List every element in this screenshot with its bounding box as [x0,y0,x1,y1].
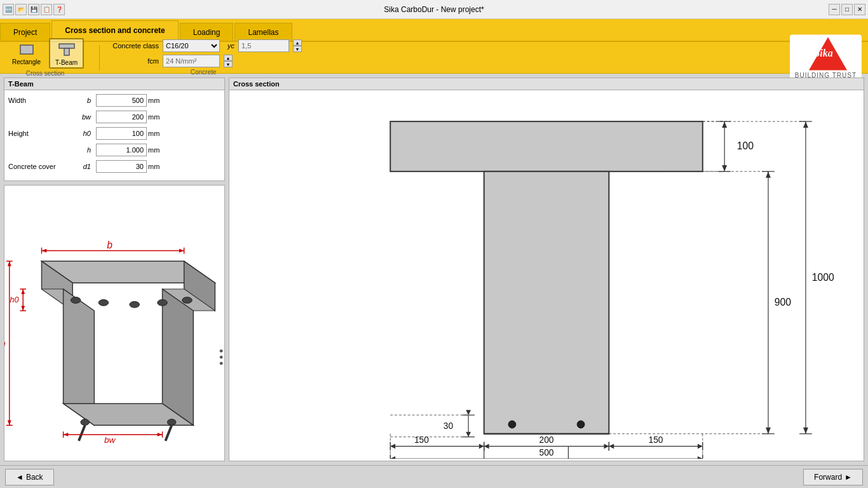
prop-input-h0[interactable] [96,127,147,140]
concrete-class-select[interactable]: C16/20 C12/15 C20/25 C25/30 C30/37 C35/4… [163,39,220,52]
yc-down[interactable]: ▼ [293,46,302,52]
rectangle-icon [18,40,36,58]
svg-marker-102 [698,444,703,449]
prop-input-b[interactable] [96,94,147,107]
svg-text:b: b [107,240,112,250]
concrete-label: Concrete [105,69,302,76]
prop-symbol-b: b [72,97,91,104]
close-button[interactable]: ✕ [854,4,865,15]
prop-unit-d1: mm [148,163,159,170]
svg-marker-73 [803,121,808,128]
cross-section-section: Rectangle T-Beam Cross section [6,38,84,77]
tab-bar: Project Cross section and concrete Loadi… [0,19,868,42]
prop-input-bw[interactable] [96,111,147,123]
svg-marker-36 [8,261,11,266]
svg-marker-84 [466,432,471,437]
svg-marker-74 [803,428,808,434]
prop-row-b: Width b mm [8,94,220,107]
properties-box: T-Beam Width b mm bw mm Height h0 [4,78,225,181]
save-icon[interactable]: 💾 [28,4,39,15]
yc-label: yc [227,42,234,50]
bottom-bar: ◄ Back Forward ► [0,465,868,488]
svg-rect-47 [390,121,703,172]
rectangle-button[interactable]: Rectangle [6,38,46,69]
svg-marker-42 [64,433,69,437]
app-title: Sika CarboDur - New project* [384,5,484,14]
fcm-down[interactable]: ▼ [224,61,233,67]
forward-button[interactable]: Forward ► [803,469,863,485]
concrete-class-label: Concrete class [105,42,159,50]
prop-input-d1[interactable] [96,160,147,173]
tab-loading[interactable]: Loading [180,23,234,41]
open-icon[interactable]: 📂 [15,4,27,15]
prop-input-h[interactable] [96,144,147,156]
svg-text:500: 500 [539,448,554,458]
svg-text:h: h [4,339,6,348]
yc-spinner[interactable]: ▲ ▼ [293,39,302,52]
svg-point-45 [220,356,223,359]
saveas-icon[interactable]: 📋 [41,4,52,15]
svg-point-11 [71,297,81,304]
cross-section-label: Cross section [6,70,84,77]
fcm-up[interactable]: ▲ [224,55,233,61]
tab-lamellas[interactable]: Lamellas [234,23,292,41]
prop-unit-h0: mm [148,130,159,137]
cross-section-panel-title: Cross section [229,78,864,90]
prop-symbol-bw: bw [72,113,91,121]
svg-marker-25 [179,249,184,253]
fcm-input [163,55,220,67]
yc-input[interactable]: 1,5 [238,39,289,52]
prop-unit-h: mm [148,146,159,154]
svg-text:100: 100 [737,140,754,151]
prop-row-d1: Concrete cover d1 mm [8,160,220,173]
svg-marker-30 [21,289,25,294]
svg-rect-2 [64,48,69,55]
toolbar: Rectangle T-Beam Cross section Concrete … [0,42,868,74]
illustration-box: b h0 h [4,185,225,461]
new-icon[interactable]: 🆕 [3,4,14,15]
prop-unit-b: mm [148,97,159,104]
cross-section-content: 100 900 1000 [229,90,864,459]
svg-text:1000: 1000 [812,272,834,283]
svg-line-19 [165,425,172,440]
svg-text:200: 200 [539,435,554,445]
main-content: T-Beam Width b mm bw mm Height h0 [0,74,868,465]
prop-unit-bw: mm [148,113,159,121]
svg-marker-58 [722,121,727,128]
svg-point-50 [508,421,516,428]
svg-text:bw: bw [104,435,116,445]
sika-logo: Sika BUILDING TRUST [790,34,862,81]
prop-row-h0: Height h0 mm [8,127,220,140]
tbeam-button[interactable]: T-Beam [49,38,84,69]
beam-illustration: b h0 h [4,186,224,461]
back-button[interactable]: ◄ Back [5,469,54,485]
svg-text:h0: h0 [10,295,19,304]
prop-row-h: h mm [8,144,220,156]
svg-marker-43 [158,433,163,437]
minimize-button[interactable]: ─ [829,4,840,15]
svg-marker-66 [766,172,771,178]
svg-marker-24 [41,249,46,253]
maximize-button[interactable]: □ [841,4,853,15]
svg-marker-101 [609,444,614,449]
title-bar: 🆕 📂 💾 📋 ❓ Sika CarboDur - New project* ─… [0,0,868,19]
svg-point-14 [158,299,168,306]
forward-arrow-icon: ► [844,473,852,482]
help-icon[interactable]: ❓ [53,4,65,15]
svg-marker-37 [8,421,11,426]
svg-text:900: 900 [775,297,791,308]
svg-marker-96 [604,444,609,449]
svg-point-51 [577,421,585,428]
fcm-spinner[interactable]: ▲ ▼ [224,55,233,67]
prop-name-width: Width [8,97,72,104]
svg-marker-107 [390,456,395,459]
prop-name-cover: Concrete cover [8,163,72,170]
svg-marker-89 [390,444,395,449]
properties-title: T-Beam [4,78,224,90]
svg-marker-83 [466,410,471,415]
fcm-label: fcm [105,57,159,65]
window-controls: ─ □ ✕ [829,4,865,15]
svg-point-16 [81,419,90,426]
back-label: Back [26,473,43,482]
yc-up[interactable]: ▲ [293,39,302,46]
